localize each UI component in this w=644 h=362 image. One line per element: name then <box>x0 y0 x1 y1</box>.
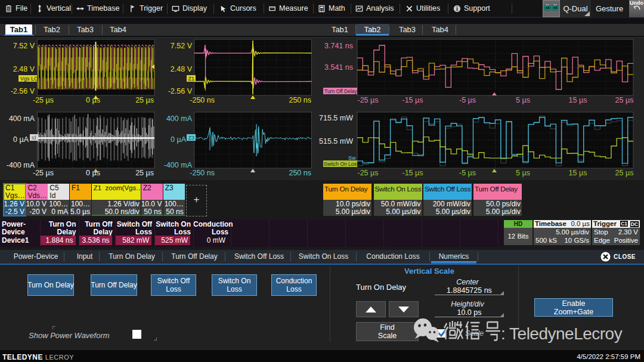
svg-text:0 µs: 0 µs <box>86 96 100 104</box>
svg-text:: TeledyneLecroy: : TeledyneLecroy <box>501 324 623 343</box>
svg-text:3.541 ns: 3.541 ns <box>324 63 353 72</box>
svg-text:-250 ns: -250 ns <box>190 169 215 177</box>
svg-text:5 µs: 5 µs <box>516 96 530 104</box>
svg-text:400 mA: 400 mA <box>166 115 193 123</box>
svg-text:-5 µs: -5 µs <box>459 169 476 177</box>
svg-text:25 µs: 25 µs <box>135 96 154 104</box>
svg-text:-5 µs: -5 µs <box>459 96 476 104</box>
svg-text:0 µA: 0 µA <box>13 135 29 144</box>
svg-text:Id: Id <box>32 135 36 141</box>
svg-text:Sw: Sw <box>348 155 356 161</box>
svg-text:250 ns: 250 ns <box>289 96 311 104</box>
svg-text:2.48 V: 2.48 V <box>171 65 193 73</box>
svg-text:400 mA: 400 mA <box>9 115 35 123</box>
svg-text:-2.56 V: -2.56 V <box>168 87 193 95</box>
svg-text:-15 µs: -15 µs <box>402 169 423 177</box>
svg-text:Z3: Z3 <box>188 135 195 141</box>
svg-text:25 µs: 25 µs <box>615 169 634 177</box>
svg-text:715.5 mW: 715.5 mW <box>319 114 353 122</box>
svg-text:-15 µs: -15 µs <box>402 96 423 104</box>
svg-text:-25 µs: -25 µs <box>358 169 379 177</box>
svg-text:15 µs: 15 µs <box>569 169 587 177</box>
svg-text:7.52 V: 7.52 V <box>13 42 35 50</box>
svg-text:3.741 ns: 3.741 ns <box>324 42 353 50</box>
svg-text:0 µA: 0 µA <box>171 135 187 144</box>
svg-text:7.52 V: 7.52 V <box>171 42 193 50</box>
svg-text:-400 mA: -400 mA <box>7 161 35 169</box>
svg-text:515.5 mW: 515.5 mW <box>319 137 353 146</box>
svg-text:25 µs: 25 µs <box>135 169 154 177</box>
svg-text:-2.56 V: -2.56 V <box>11 87 35 95</box>
svg-text:250 ns: 250 ns <box>289 169 311 177</box>
svg-text:5 µs: 5 µs <box>516 169 530 177</box>
svg-text:0 µs: 0 µs <box>86 169 100 177</box>
svg-text:25 µs: 25 µs <box>615 96 634 104</box>
svg-text:Vgs LO: Vgs LO <box>20 76 38 82</box>
svg-text:-25 µs: -25 µs <box>33 96 54 104</box>
svg-text:15 µs: 15 µs <box>569 96 587 104</box>
svg-text:-25 µs: -25 µs <box>358 96 379 104</box>
svg-text:2.48 V: 2.48 V <box>13 65 35 73</box>
svg-text:Turn Off Delay: Turn Off Delay <box>324 88 358 94</box>
svg-text:-400 mA: -400 mA <box>164 161 193 169</box>
svg-text:Switch On Loss: Switch On Loss <box>324 161 359 167</box>
svg-text:-250 ns: -250 ns <box>190 96 215 104</box>
svg-text:-25 µs: -25 µs <box>33 169 54 177</box>
svg-text:Z1: Z1 <box>188 76 195 82</box>
